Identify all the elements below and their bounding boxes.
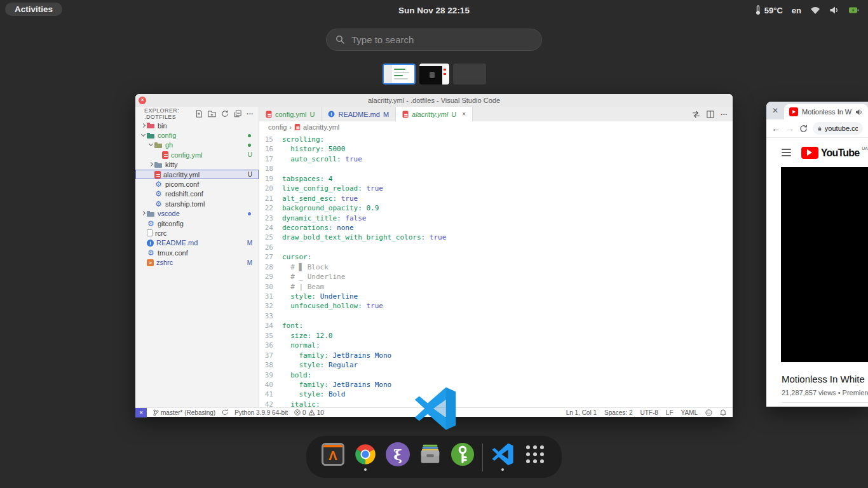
- code-line-19[interactable]: 19tabspaces: 4: [259, 174, 733, 184]
- workspace-thumbnail-2[interactable]: [419, 64, 449, 85]
- code-line-26[interactable]: 26: [259, 243, 733, 252]
- code-line-42[interactable]: 42 italic:: [259, 400, 733, 407]
- file-tree-item-gitconfig[interactable]: ⚙gitconfig: [135, 219, 259, 228]
- new-file-icon[interactable]: [195, 110, 203, 118]
- back-button[interactable]: ←: [771, 123, 780, 133]
- file-tree-item-tmux.conf[interactable]: ⚙tmux.conf: [135, 248, 259, 257]
- browser-tab[interactable]: Motionless In White - /: [784, 104, 868, 119]
- editor-tab-README.md[interactable]: README.mdM: [322, 107, 396, 121]
- code-line-30[interactable]: 30 # | Beam: [259, 282, 733, 292]
- editor-more-actions-icon[interactable]: ···: [721, 111, 728, 118]
- code-line-22[interactable]: 22background_opacity: 0.9: [259, 203, 733, 213]
- explorer-more-actions-icon[interactable]: ···: [247, 110, 254, 118]
- sync-status[interactable]: [222, 409, 228, 416]
- git-branch-status[interactable]: master* (Rebasing): [153, 409, 215, 416]
- code-line-16[interactable]: 16 history: 5000: [259, 144, 733, 154]
- menu-icon[interactable]: [782, 149, 791, 156]
- vscode-titlebar[interactable]: ✕ alacritty.yml - .dotfiles - Visual Stu…: [135, 94, 733, 107]
- file-tree-item-picom.conf[interactable]: ⚙picom.conf: [135, 179, 259, 189]
- dock-item-files[interactable]: [417, 442, 443, 471]
- forward-button[interactable]: →: [785, 123, 794, 133]
- code-line-27[interactable]: 27cursor:: [259, 252, 733, 262]
- statusbar-item[interactable]: LF: [666, 409, 674, 416]
- code-line-23[interactable]: 23dynamic_title: false: [259, 214, 733, 223]
- file-tree-item-vscode[interactable]: vscode: [135, 209, 259, 219]
- editor-tab-config.yml[interactable]: config.ymlU: [259, 107, 322, 121]
- open-changes-icon[interactable]: [692, 111, 700, 118]
- file-tree-item-alacritty.yml[interactable]: alacritty.ymlU: [135, 170, 259, 179]
- code-line-31[interactable]: 31 style: Underline: [259, 292, 733, 301]
- statusbar-item[interactable]: YAML: [681, 409, 698, 416]
- code-line-37[interactable]: 37 family: JetBrains Mono: [259, 351, 733, 360]
- code-line-15[interactable]: 15scrolling:: [259, 135, 733, 144]
- file-tree-item-redshift.conf[interactable]: ⚙redshift.conf: [135, 189, 259, 199]
- code-line-24[interactable]: 24decorations: none: [259, 223, 733, 233]
- file-tree-item-config.yml[interactable]: config.ymlU: [135, 150, 259, 159]
- problems-status[interactable]: 0 10: [294, 409, 324, 416]
- youtube-logo[interactable]: YouTube UA: [801, 147, 868, 159]
- dock-item-keepassxc[interactable]: [450, 442, 475, 471]
- code-line-18[interactable]: 18: [259, 164, 733, 173]
- file-tree-item-kitty[interactable]: kitty: [135, 160, 259, 170]
- dock-item-vscode[interactable]: [490, 442, 515, 471]
- code-line-29[interactable]: 29 # _ Underline: [259, 272, 733, 281]
- statusbar-item[interactable]: Spaces: 2: [604, 409, 632, 416]
- python-interpreter-status[interactable]: Python 3.9.9 64-bit: [234, 409, 288, 416]
- new-folder-icon[interactable]: [208, 110, 216, 118]
- dock-item-alacritty[interactable]: Λ: [320, 442, 346, 471]
- window-close-button[interactable]: ✕: [139, 97, 146, 104]
- dock-item-emacs[interactable]: ξ: [385, 442, 410, 471]
- file-tree-item-starship.toml[interactable]: ⚙starship.toml: [135, 199, 259, 208]
- split-editor-icon[interactable]: [707, 111, 714, 118]
- code-line-28[interactable]: 28 # ▋ Block: [259, 262, 733, 272]
- workspace-thumbnail-active[interactable]: [383, 64, 416, 85]
- code-line-17[interactable]: 17 auto_scroll: true: [259, 154, 733, 164]
- thermometer-icon: [754, 5, 762, 15]
- workspace-thumbnail-new[interactable]: [453, 64, 486, 85]
- code-line-32[interactable]: 32 unfocused_hollow: true: [259, 301, 733, 311]
- editor-tab-alacritty.yml[interactable]: alacritty.ymlU×: [396, 107, 473, 121]
- git-status-badge: M: [247, 259, 252, 266]
- file-tree-item-rcrc[interactable]: rcrc: [135, 228, 259, 238]
- file-tree-item-zshrc[interactable]: zshrcM: [135, 257, 259, 267]
- code-editor[interactable]: 15scrolling:16 history: 500017 auto_scro…: [259, 132, 733, 407]
- code-line-20[interactable]: 20live_config_reload: true: [259, 184, 733, 193]
- notifications-bell-icon[interactable]: [720, 409, 726, 416]
- vscode-app-badge-icon[interactable]: [413, 386, 458, 431]
- code-line-34[interactable]: 34font:: [259, 321, 733, 330]
- file-tree-item-gh[interactable]: gh: [135, 140, 259, 150]
- search-bar[interactable]: Type to search: [326, 29, 542, 51]
- dock-item-chrome[interactable]: [353, 442, 378, 471]
- code-line-21[interactable]: 21alt_send_esc: true: [259, 194, 733, 203]
- browser-close-button[interactable]: ✕: [766, 106, 784, 119]
- file-tree-item-README.md[interactable]: README.mdM: [135, 238, 259, 248]
- reload-button[interactable]: [799, 125, 808, 133]
- tab-close-icon[interactable]: ×: [462, 111, 466, 118]
- code-line-38[interactable]: 38 style: Regular: [259, 360, 733, 370]
- address-bar[interactable]: youtube.com/wa: [813, 122, 863, 135]
- refresh-icon[interactable]: [221, 110, 229, 118]
- keyboard-layout-indicator[interactable]: en: [792, 6, 801, 15]
- code-line-39[interactable]: 39 bold:: [259, 370, 733, 380]
- breadcrumb[interactable]: config › alacritty.yml: [259, 121, 733, 132]
- collapse-folders-icon[interactable]: [234, 110, 241, 118]
- dock-item-app-grid[interactable]: [522, 442, 548, 471]
- file-tree-item-config[interactable]: config: [135, 130, 259, 140]
- breadcrumb-folder[interactable]: config: [268, 123, 287, 131]
- system-status-area[interactable]: 59°C en: [754, 0, 859, 20]
- code-line-40[interactable]: 40 family: JetBrains Mono: [259, 380, 733, 390]
- code-line-25[interactable]: 25draw_bold_text_with_bright_colors: tru…: [259, 233, 733, 242]
- code-line-33[interactable]: 33: [259, 311, 733, 321]
- code-line-36[interactable]: 36 normal:: [259, 341, 733, 350]
- feedback-icon[interactable]: [705, 409, 712, 416]
- breadcrumb-file[interactable]: alacritty.yml: [303, 123, 339, 131]
- code-line-35[interactable]: 35 size: 12.0: [259, 331, 733, 341]
- tab-audio-icon[interactable]: [855, 109, 863, 116]
- statusbar-item[interactable]: UTF-8: [640, 409, 658, 416]
- video-player[interactable]: [781, 167, 868, 362]
- remote-indicator[interactable]: ✕: [135, 408, 147, 417]
- clock[interactable]: Sun Nov 28 22:15: [0, 6, 868, 15]
- code-line-41[interactable]: 41 style: Bold: [259, 390, 733, 399]
- statusbar-item[interactable]: Ln 1, Col 1: [566, 409, 597, 416]
- file-tree-item-bin[interactable]: bin: [135, 121, 259, 130]
